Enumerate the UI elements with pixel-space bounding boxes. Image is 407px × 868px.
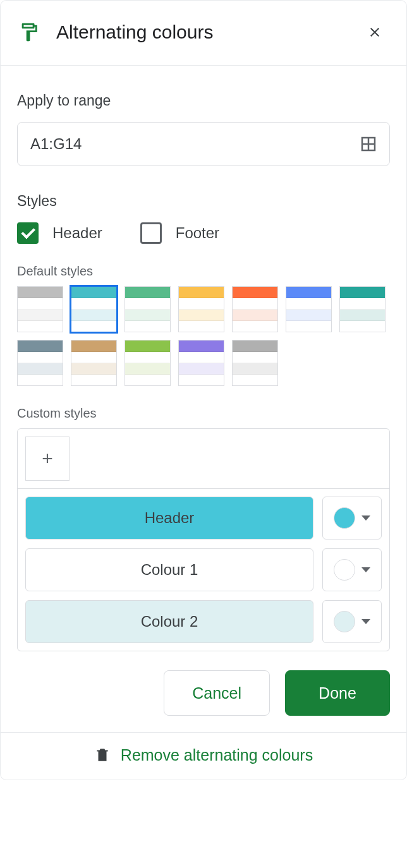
titlebar: Alternating colours [1, 1, 406, 66]
colour-picker-button[interactable] [322, 600, 382, 643]
header-checkbox[interactable] [17, 222, 39, 244]
default-style-swatch[interactable] [286, 286, 332, 332]
default-style-swatch[interactable] [178, 286, 224, 332]
default-styles-grid [17, 286, 390, 386]
panel-title: Alternating colours [56, 21, 361, 43]
apply-to-range-label: Apply to range [17, 92, 390, 109]
add-custom-style-button[interactable]: + [25, 437, 70, 481]
default-style-swatch[interactable] [71, 286, 117, 332]
footer-checkbox-label: Footer [176, 224, 219, 242]
chevron-down-icon [361, 619, 370, 624]
plus-icon: + [42, 448, 53, 469]
default-styles-label: Default styles [17, 264, 390, 279]
trash-icon [94, 745, 111, 764]
default-style-swatch[interactable] [125, 340, 171, 386]
range-input[interactable] [29, 135, 359, 154]
footer-buttons: Cancel Done [1, 651, 406, 732]
default-style-swatch[interactable] [232, 286, 278, 332]
custom-styles-label: Custom styles [17, 406, 390, 421]
colour-swatch-circle [334, 559, 355, 581]
range-input-wrap[interactable] [17, 122, 390, 166]
colour-swatch-circle [334, 507, 355, 529]
colour-row-label: Colour 1 [25, 548, 313, 591]
styles-label: Styles [17, 193, 390, 210]
chevron-down-icon [361, 515, 370, 521]
remove-alternating-link[interactable]: Remove alternating colours [121, 746, 313, 764]
alternating-colours-panel: Alternating colours Apply to range Style… [0, 0, 407, 780]
default-style-swatch[interactable] [17, 340, 63, 386]
colour-row-label: Header [25, 497, 313, 539]
custom-colour-row: Header [25, 497, 382, 539]
colour-row-label: Colour 2 [25, 600, 313, 643]
header-checkbox-label: Header [52, 224, 102, 242]
custom-colour-rows: HeaderColour 1Colour 2 [18, 489, 389, 651]
default-style-swatch[interactable] [125, 286, 171, 332]
colour-swatch-circle [334, 611, 355, 632]
default-style-swatch[interactable] [71, 340, 117, 386]
default-style-swatch[interactable] [339, 286, 386, 332]
colour-picker-button[interactable] [322, 548, 382, 591]
remove-bar[interactable]: Remove alternating colours [1, 732, 406, 780]
paint-format-icon [18, 21, 40, 43]
colour-picker-button[interactable] [322, 497, 382, 539]
chevron-down-icon [361, 567, 370, 572]
footer-checkbox[interactable] [140, 222, 162, 244]
custom-styles-box: + HeaderColour 1Colour 2 [17, 428, 390, 651]
cancel-button[interactable]: Cancel [164, 670, 270, 716]
close-icon [367, 25, 382, 40]
style-check-row: Header Footer [17, 222, 390, 244]
custom-colour-row: Colour 2 [25, 600, 382, 643]
default-style-swatch[interactable] [178, 340, 224, 386]
done-button[interactable]: Done [285, 670, 390, 716]
default-style-swatch[interactable] [17, 286, 63, 332]
select-range-icon[interactable] [359, 135, 378, 154]
close-button[interactable] [361, 18, 389, 46]
custom-colour-row: Colour 1 [25, 548, 382, 591]
default-style-swatch[interactable] [232, 340, 278, 386]
